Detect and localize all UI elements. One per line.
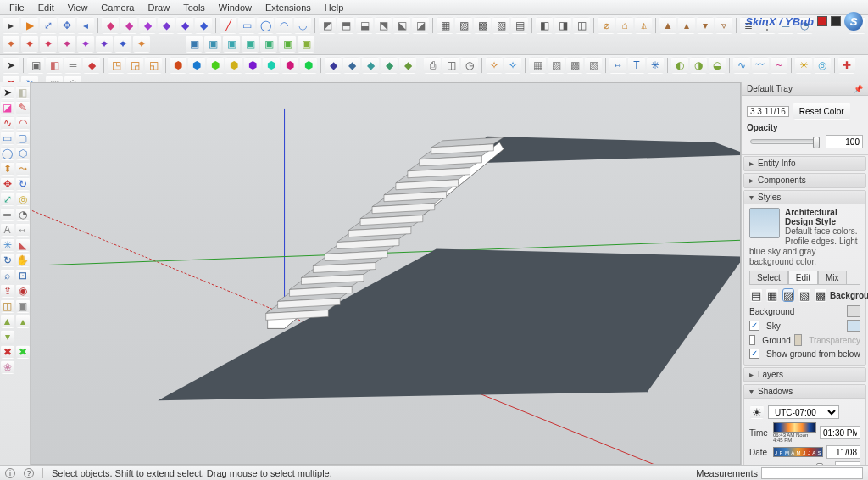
scale-tool-icon[interactable]: ⤢ [1, 193, 14, 206]
zoom-icon[interactable]: ⌕ [1, 269, 14, 282]
shaded-icon[interactable]: ▩ [474, 17, 491, 34]
paint4-icon[interactable]: ◆ [176, 17, 193, 34]
comp7-icon[interactable]: ▣ [298, 36, 314, 53]
x-icon[interactable]: ✖ [1, 345, 14, 359]
viewport-3d[interactable] [31, 82, 741, 465]
comp4-icon[interactable]: ▣ [242, 36, 259, 53]
tape-tool-icon[interactable]: ═ [1, 208, 14, 221]
orbit-tool-icon[interactable]: ↻ [1, 254, 14, 267]
sandbox-tool-icon[interactable]: ▲ [1, 315, 14, 328]
plug9-icon[interactable]: ✦ [133, 36, 150, 53]
view-left-icon[interactable]: ◪ [412, 17, 429, 34]
dyn5-icon[interactable]: ⬢ [244, 57, 261, 74]
back-icon[interactable]: ◂ [77, 17, 94, 34]
ground-color-swatch[interactable] [794, 334, 803, 346]
view-front-icon[interactable]: ⬓ [356, 17, 373, 34]
time-slider[interactable] [773, 422, 816, 433]
select-tool-icon[interactable]: ➤ [3, 57, 19, 74]
shadow-icon[interactable]: ◧ [536, 17, 553, 34]
dyn3-icon[interactable]: ⬢ [207, 57, 224, 74]
menu-window[interactable]: Window [213, 3, 258, 13]
orbit-icon[interactable]: ▶ [21, 17, 38, 34]
style1-icon[interactable]: ▦ [529, 57, 546, 74]
geo-icon[interactable]: ◎ [814, 57, 831, 74]
rrect-icon[interactable]: ▢ [16, 131, 30, 145]
view-top-icon[interactable]: ⬒ [337, 17, 354, 34]
comp2-icon[interactable]: ▣ [204, 36, 221, 53]
curv3-icon[interactable]: ~ [771, 57, 787, 74]
panel-styles[interactable]: Styles [744, 191, 865, 204]
look-icon[interactable]: ✧ [504, 57, 521, 74]
sky-checkbox[interactable] [749, 321, 760, 331]
dyn1-icon[interactable]: ⬢ [170, 57, 186, 74]
protractor-tool-icon[interactable]: ◔ [16, 208, 30, 221]
dim-icon[interactable]: ↔ [609, 57, 626, 74]
dyn7-icon[interactable]: ⬢ [281, 57, 298, 74]
pan-icon[interactable]: ✥ [58, 17, 75, 34]
record-icon[interactable] [817, 16, 827, 26]
circle-icon[interactable]: ◯ [257, 17, 274, 34]
styles-tab-mix[interactable]: Mix [818, 271, 847, 284]
comp3-icon[interactable]: ▣ [223, 36, 240, 53]
text-icon[interactable]: T [628, 57, 645, 74]
sky-color-swatch[interactable] [847, 320, 860, 332]
offset-tool-icon[interactable]: ◎ [16, 193, 30, 206]
box1-icon[interactable]: ◳ [108, 57, 125, 74]
section3-icon[interactable]: ⍋ [635, 17, 652, 34]
paint3-icon[interactable]: ◆ [158, 17, 175, 34]
freehand-icon[interactable]: ∿ [1, 116, 14, 130]
dyn6-icon[interactable]: ⬢ [263, 57, 280, 74]
arc2-icon[interactable]: ◡ [294, 17, 311, 34]
axes-icon[interactable]: ✳ [1, 238, 14, 252]
rect-icon[interactable]: ▭ [238, 17, 255, 34]
menu-help[interactable]: Help [319, 3, 350, 13]
styles-tab-edit[interactable]: Edit [788, 271, 818, 284]
edge-settings-icon[interactable]: ▤ [750, 288, 762, 302]
reset-color-button[interactable]: Reset Color [793, 103, 850, 120]
stamp-tool-icon[interactable]: ▾ [1, 330, 14, 343]
section-icon[interactable]: ⌀ [598, 17, 615, 34]
axis-icon[interactable]: ✳ [647, 57, 664, 74]
paint2-icon[interactable]: ◆ [139, 17, 156, 34]
clock-icon[interactable]: ◷ [461, 57, 478, 74]
tray-pin-icon[interactable]: 📌 [854, 85, 863, 93]
walk-icon[interactable]: ✧ [486, 57, 503, 74]
panel-entity-info[interactable]: Entity Info [744, 157, 865, 170]
soft2-icon[interactable]: ◑ [690, 57, 707, 74]
style2-icon[interactable]: ▨ [548, 57, 565, 74]
styles-tab-select[interactable]: Select [749, 271, 788, 284]
panel-layers[interactable]: Layers [744, 368, 865, 382]
y-icon[interactable]: ✖ [16, 345, 30, 359]
paint-tool-icon[interactable]: ◆ [83, 57, 100, 74]
pencil-icon[interactable]: ✎ [16, 101, 30, 114]
box2-icon[interactable]: ◲ [126, 57, 143, 74]
show-ground-checkbox[interactable] [749, 349, 760, 359]
comp1-icon[interactable]: ▣ [186, 36, 203, 53]
globe-icon[interactable]: S [844, 12, 863, 31]
panel-components[interactable]: Components [744, 174, 865, 187]
menu-edit[interactable]: Edit [32, 3, 60, 13]
measurements-input[interactable] [761, 467, 863, 479]
select-icon[interactable]: ➤ [1, 86, 14, 99]
misc1-icon[interactable]: ✚ [838, 57, 855, 74]
paint-bucket2-icon[interactable]: ◣ [16, 238, 30, 252]
panel-shadows[interactable]: Shadows [744, 385, 865, 399]
rotate-tool-icon[interactable]: ↻ [16, 177, 30, 191]
stamp-icon[interactable]: ▾ [697, 17, 714, 34]
teapot-icon[interactable]: ❀ [1, 360, 14, 374]
date-slider[interactable]: J F M A M J J A S O N D [773, 447, 823, 457]
date-input[interactable] [826, 445, 860, 459]
zoom-extents-icon[interactable]: ⤢ [40, 17, 57, 34]
circle-tool-icon[interactable]: ◯ [1, 147, 14, 160]
plug7-icon[interactable]: ✦ [96, 36, 113, 53]
paint5-icon[interactable]: ◆ [195, 17, 212, 34]
menu-file[interactable]: File [3, 3, 31, 13]
style3-icon[interactable]: ▩ [566, 57, 583, 74]
mono-icon[interactable]: ▤ [511, 17, 528, 34]
modeling-settings-icon[interactable]: ▩ [815, 288, 826, 302]
ext1-icon[interactable]: ◆ [325, 57, 342, 74]
view-right-icon[interactable]: ⬔ [375, 17, 392, 34]
section2-icon[interactable]: ⌂ [616, 17, 633, 34]
menu-draw[interactable]: Draw [142, 3, 175, 13]
watermark-settings-icon[interactable]: ▧ [798, 288, 810, 302]
